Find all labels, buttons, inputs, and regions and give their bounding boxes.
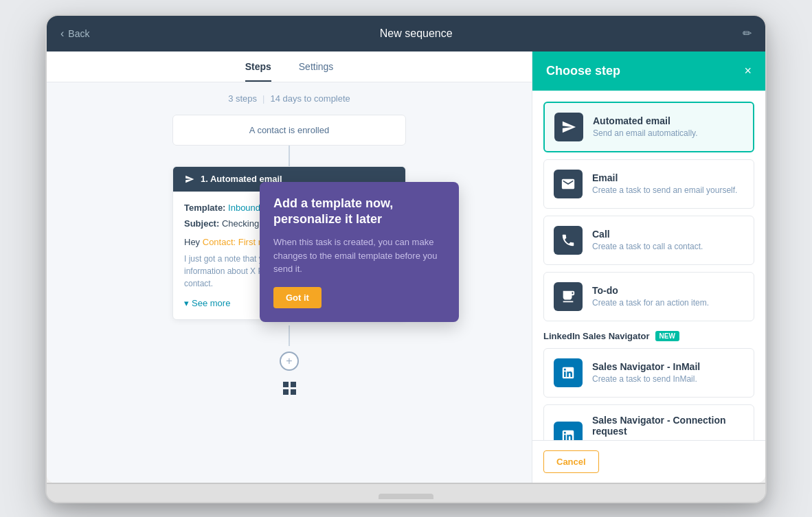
got-it-button[interactable]: Got it [273, 287, 322, 308]
tab-settings[interactable]: Settings [299, 61, 334, 82]
laptop-bottom [47, 483, 765, 502]
call-desc: Create a task to call a contact. [592, 242, 744, 251]
enrolled-card: A contact is enrolled [172, 115, 406, 146]
plane-icon [184, 174, 195, 185]
linkedin-label-text: LinkedIn Sales Navigator [543, 331, 650, 341]
add-step-button[interactable]: + [280, 352, 299, 371]
connector-line-2 [289, 325, 290, 346]
todo-desc: Create a task for an action item. [592, 298, 744, 308]
steps-info: 3 steps | 14 days to complete [47, 82, 532, 115]
back-label: Back [68, 28, 89, 39]
todo-title: To-do [592, 285, 744, 296]
call-title: Call [592, 229, 744, 240]
automated-email-desc: Send an email automatically. [593, 128, 743, 138]
laptop-notch [379, 494, 433, 499]
top-nav: ‹ Back New sequence ✏ [47, 16, 765, 51]
tab-steps[interactable]: Steps [245, 61, 271, 82]
option-todo[interactable]: To-do Create a task for an action item. [543, 272, 754, 321]
inmail-title: Sales Navigator - InMail [592, 361, 744, 372]
email-desc: Create a task to send an email yourself. [592, 185, 744, 195]
left-panel: Steps Settings 3 steps | 14 days to comp… [47, 51, 532, 483]
cancel-button[interactable]: Cancel [543, 450, 599, 473]
call-option-icon [554, 226, 583, 255]
inmail-option-icon [554, 358, 583, 387]
steps-divider: | [262, 93, 264, 104]
automated-email-icon [554, 113, 583, 141]
option-call[interactable]: Call Create a task to call a contact. [543, 216, 754, 265]
right-panel: Choose step × Automated email Send [532, 51, 765, 483]
back-button[interactable]: ‹ Back [60, 27, 89, 40]
inmail-desc: Create a task to send InMail. [592, 374, 744, 384]
drag-icon [283, 382, 296, 395]
email-title: Email [592, 172, 744, 183]
linkedin-section-label: LinkedIn Sales Navigator NEW [543, 331, 754, 341]
option-inmail-info: Sales Navigator - InMail Create a task t… [592, 361, 744, 384]
automated-email-title: Automated email [593, 115, 743, 126]
completion-time: 14 days to complete [270, 93, 350, 104]
edit-icon[interactable]: ✏ [743, 27, 752, 40]
see-more-label: See more [192, 298, 230, 308]
right-panel-header: Choose step × [532, 51, 765, 91]
drag-dot-3 [283, 389, 289, 395]
drag-dot-4 [291, 389, 296, 395]
enrolled-text: A contact is enrolled [249, 125, 329, 135]
option-connection-info: Sales Navigator - Connection request Cre… [592, 415, 744, 440]
plus-connector: + [280, 325, 299, 395]
drag-dot-2 [291, 382, 296, 387]
steps-count: 3 steps [228, 93, 257, 104]
close-button[interactable]: × [744, 65, 752, 77]
option-email[interactable]: Email Create a task to send an email you… [543, 159, 754, 209]
main-content: Steps Settings 3 steps | 14 days to comp… [47, 51, 765, 483]
connection-option-icon [554, 422, 583, 440]
option-connection[interactable]: Sales Navigator - Connection request Cre… [543, 404, 754, 440]
chevron-down-icon: ▾ [184, 298, 189, 308]
tabs-bar: Steps Settings [47, 51, 532, 82]
page-title: New sequence [89, 27, 743, 40]
option-todo-info: To-do Create a task for an action item. [592, 285, 744, 308]
right-panel-footer: Cancel [532, 440, 765, 483]
option-call-info: Call Create a task to call a contact. [592, 229, 744, 251]
back-arrow-icon: ‹ [60, 27, 64, 40]
greeting-text: Hey [184, 237, 200, 247]
new-badge: NEW [655, 331, 679, 341]
subject-label: Subject: [184, 218, 219, 229]
todo-option-icon [554, 282, 583, 311]
option-inmail[interactable]: Sales Navigator - InMail Create a task t… [543, 348, 754, 398]
template-label: Template: [184, 203, 225, 213]
tooltip-popup: Add a template now, personalize it later… [260, 182, 459, 322]
connector-line-1 [289, 146, 290, 166]
tooltip-body: When this task is created, you can make … [273, 235, 445, 276]
drag-dot-1 [283, 382, 289, 387]
option-automated-email[interactable]: Automated email Send an email automatica… [543, 102, 754, 152]
option-email-info: Email Create a task to send an email you… [592, 172, 744, 195]
connection-title: Sales Navigator - Connection request [592, 415, 744, 437]
email-option-icon [554, 170, 583, 198]
right-panel-body: Automated email Send an email automatica… [532, 91, 765, 440]
right-panel-title: Choose step [546, 64, 620, 78]
option-automated-email-info: Automated email Send an email automatica… [593, 115, 743, 138]
tooltip-title: Add a template now, personalize it later [273, 196, 445, 228]
